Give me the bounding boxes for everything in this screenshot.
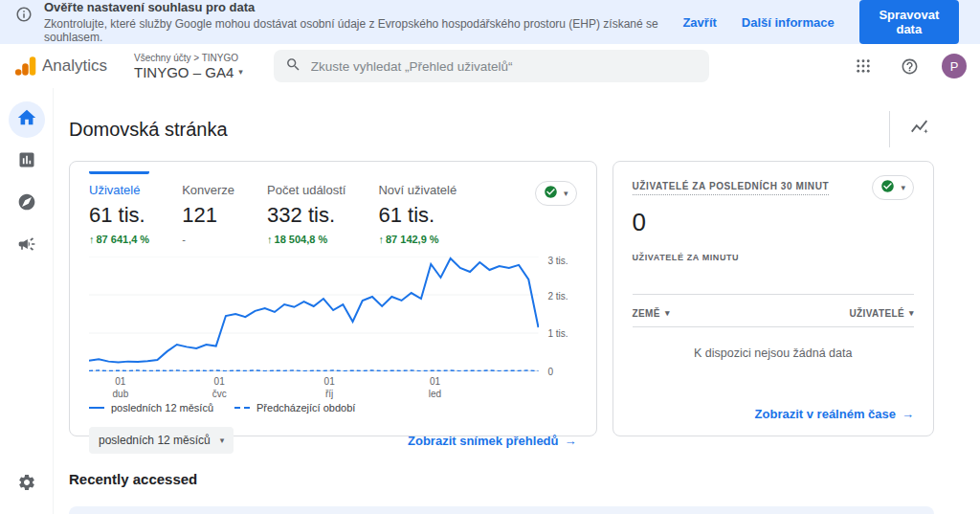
x-axis-tick: 01dub (113, 375, 129, 400)
insights-button[interactable] (889, 111, 934, 147)
breadcrumb: Všechny účty > TINYGO (134, 53, 243, 63)
metric-tab-new-users[interactable]: Noví uživatelé 61 tis. ↑ 87 142,9 % (378, 171, 457, 245)
metric-change: ↑ 87 641,4 % (89, 234, 149, 245)
explore-compass-icon (17, 192, 36, 215)
home-icon (16, 107, 37, 132)
left-nav (0, 88, 54, 514)
y-axis: 3 tis. 2 tis. 1 tis. 0 (539, 257, 577, 371)
sidebar-item-advertising[interactable] (9, 228, 45, 264)
metric-label: Noví uživatelé (378, 183, 457, 197)
metric-change: ↑ 87 142,9 % (378, 234, 457, 245)
chevron-down-icon: ▾ (665, 308, 670, 319)
banner-more-info-link[interactable]: Další informace (742, 15, 835, 30)
y-axis-tick: 3 tis. (548, 255, 568, 265)
help-icon[interactable] (896, 53, 923, 79)
chart-legend: posledních 12 měsíců Předcházející obdob… (89, 402, 577, 413)
search-input[interactable] (311, 59, 698, 74)
solid-line-swatch (89, 407, 104, 409)
insights-sparkline-icon (909, 117, 930, 142)
gear-icon (17, 473, 36, 496)
metric-label: Uživatelé (89, 183, 149, 197)
dashed-line-swatch (234, 407, 250, 409)
reports-icon (17, 150, 36, 173)
chevron-down-icon: ▾ (901, 183, 905, 192)
banner-close-link[interactable]: Zavřít (682, 15, 716, 30)
chevron-down-icon: ▾ (220, 436, 225, 445)
up-arrow-icon: ↑ (89, 234, 95, 245)
banner-description: Zkontrolujte, které služby Google mohou … (44, 17, 682, 44)
property-name: TINYGO – GA4 (134, 64, 234, 80)
no-data-message: K dispozici nejsou žádná data (633, 346, 915, 360)
up-arrow-icon: ↑ (378, 234, 384, 245)
legend-previous-period: Předcházející období (234, 402, 355, 413)
sidebar-item-reports[interactable] (9, 144, 45, 180)
y-axis-tick: 2 tis. (548, 290, 568, 301)
users-per-minute-sparkline (633, 262, 915, 295)
users-column-header[interactable]: UŽIVATELÉ ▾ (849, 308, 914, 319)
metric-value: 61 tis. (89, 203, 149, 228)
users-per-minute-label: UŽIVATELÉ ZA MINUTU (633, 253, 915, 262)
up-arrow-icon: ↑ (267, 234, 273, 245)
chevron-down-icon: ▾ (238, 67, 243, 77)
users-trend-chart: 01dub 01čvc 01říj 01led (89, 257, 539, 371)
x-axis-tick: 01říj (324, 375, 335, 400)
metric-value: 332 tis. (267, 203, 345, 228)
y-axis-tick: 1 tis. (548, 328, 568, 339)
data-quality-dropdown[interactable]: ▾ (535, 181, 577, 206)
app-header: Analytics Všechny účty > TINYGO TINYGO –… (0, 44, 980, 88)
search-bar[interactable] (274, 50, 709, 82)
view-realtime-link[interactable]: Zobrazit v reálném čase → (755, 407, 914, 421)
info-icon (15, 6, 33, 27)
user-avatar[interactable]: P (942, 54, 967, 78)
recently-accessed-title: Recently accessed (69, 471, 934, 487)
metric-value: 61 tis. (378, 203, 457, 228)
metric-label: Počet událostí (267, 183, 345, 197)
trend-line-svg (89, 257, 539, 371)
arrow-right-icon: → (565, 434, 577, 448)
arrow-right-icon: → (902, 407, 914, 421)
metric-change: - (182, 234, 234, 245)
overview-card: Uživatelé 61 tis. ↑ 87 641,4 % Konverze … (69, 161, 597, 436)
data-quality-dropdown[interactable]: ▾ (872, 175, 914, 200)
banner-title: Ověřte nastavení souhlasu pro data (44, 0, 682, 14)
metric-value: 121 (182, 203, 234, 228)
y-axis-tick: 0 (548, 367, 554, 377)
sidebar-item-explore[interactable] (9, 186, 45, 222)
check-circle-icon (544, 185, 558, 203)
apps-grid-icon[interactable] (850, 53, 877, 79)
app-name: Analytics (42, 56, 107, 76)
metric-tab-event-count[interactable]: Počet událostí 332 tis. ↑ 18 504,8 % (267, 171, 345, 245)
metric-label: Konverze (182, 183, 234, 197)
realtime-card: UŽIVATELÉ ZA POSLEDNÍCH 30 MINUT ▾ 0 UŽI… (612, 161, 935, 436)
legend-current-period: posledních 12 měsíců (89, 402, 213, 413)
recently-accessed-card (69, 506, 934, 514)
search-icon (285, 56, 301, 77)
realtime-title: UŽIVATELÉ ZA POSLEDNÍCH 30 MINUT (633, 181, 830, 195)
account-switcher[interactable]: Všechny účty > TINYGO TINYGO – GA4 ▾ (134, 53, 243, 80)
x-axis-tick: 01led (429, 375, 441, 400)
sidebar-item-home[interactable] (9, 101, 45, 138)
x-axis-tick: 01čvc (212, 375, 227, 400)
realtime-user-count: 0 (633, 208, 915, 237)
consent-banner: Ověřte nastavení souhlasu pro data Zkont… (0, 0, 980, 44)
country-column-header[interactable]: ZEMĚ ▾ (633, 308, 670, 319)
chevron-down-icon: ▾ (564, 189, 568, 198)
date-range-dropdown[interactable]: posledních 12 měsíců ▾ (89, 427, 234, 454)
analytics-logo-icon (13, 54, 38, 78)
metric-tab-conversions[interactable]: Konverze 121 - (182, 171, 234, 245)
metric-tab-users[interactable]: Uživatelé 61 tis. ↑ 87 641,4 % (89, 171, 149, 245)
view-reports-snapshot-link[interactable]: Zobrazit snímek přehledů → (408, 434, 576, 448)
advertising-icon (17, 235, 36, 257)
metric-change: ↑ 18 504,8 % (267, 234, 345, 245)
chevron-down-icon: ▾ (909, 308, 914, 319)
check-circle-icon (880, 179, 895, 197)
main-content: Domovská stránka Uživatelé 61 tis. (54, 88, 980, 514)
sidebar-item-admin[interactable] (9, 466, 45, 503)
manage-data-button[interactable]: Spravovat data (859, 0, 959, 44)
page-title: Domovská stránka (69, 119, 228, 141)
